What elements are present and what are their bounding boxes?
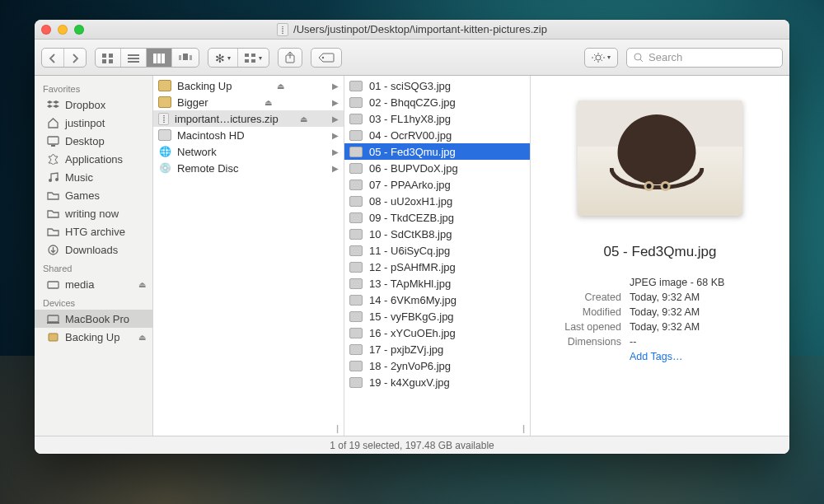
file-row[interactable]: 12 - pSAHfMR.jpg [344,259,530,275]
preview-created: Today, 9:32 AM [630,292,700,303]
sidebar-item[interactable]: Applications [35,150,152,168]
minimize-button[interactable] [58,25,68,35]
sidebar-header: Devices [35,293,152,310]
svg-rect-8 [157,54,161,63]
svg-rect-14 [251,54,255,57]
device-row[interactable]: 💿Remote Disc▶ [153,160,344,176]
coverflow-view-button[interactable] [171,49,199,68]
drive-icon [46,278,59,291]
folder-icon [46,225,59,238]
file-row[interactable]: 16 - xYCuOEh.jpg [344,324,530,341]
list-view-button[interactable] [120,49,146,68]
downloads-icon [46,243,59,256]
eject-icon[interactable]: ⏏ [277,82,284,91]
preview-thumbnail[interactable] [578,100,742,216]
dropbox-icon [46,98,59,111]
file-row[interactable]: 11 - U6iSyCq.jpg [344,242,530,259]
sidebar-item[interactable]: Desktop [35,132,152,150]
chevron-right-icon: ▶ [332,82,339,91]
arrange-menu[interactable]: ▾ [237,49,269,68]
image-icon [349,295,363,306]
file-row[interactable]: 01 - sciSQG3.jpg [344,77,530,94]
column-view-button[interactable] [146,49,171,68]
chevron-right-icon: ▶ [332,147,339,156]
action-menu[interactable]: ✻▾ [208,49,237,68]
file-row[interactable]: 03 - FL1hyX8.jpg [344,110,530,127]
svg-rect-13 [245,54,249,57]
toolbar: ✻▾ ▾ ▾ Search [35,40,789,76]
file-row[interactable]: 02 - BhqqCZG.jpg [344,94,530,110]
maximize-button[interactable] [74,25,84,35]
image-icon [349,328,363,338]
sidebar-item[interactable]: MacBook Pro [35,310,152,328]
file-row[interactable]: 08 - uU2oxH1.jpg [344,193,530,209]
eject-icon[interactable]: ⏏ [265,98,272,107]
device-row[interactable]: Bigger⏏▶ [153,94,344,110]
image-icon [349,180,363,190]
sidebar-item[interactable]: Games [35,186,152,204]
sidebar-item[interactable]: HTG archive [35,222,152,240]
svg-rect-4 [128,54,139,56]
search-placeholder: Search [648,51,682,63]
view-buttons [95,48,199,68]
eject-icon[interactable]: ⏏ [300,114,307,124]
file-row[interactable]: 05 - Fed3Qmu.jpg [344,143,530,160]
image-icon [349,114,363,124]
search-icon [634,53,644,63]
tag-button[interactable] [311,48,342,68]
file-row[interactable]: 10 - SdCtKB8.jpg [344,226,530,242]
file-row[interactable]: 13 - TApMkHl.jpg [344,275,530,292]
icon-view-button[interactable] [96,49,120,68]
svg-rect-5 [128,58,139,59]
svg-rect-10 [183,54,188,60]
file-row[interactable]: 09 - TkdCEZB.jpg [344,209,530,226]
mac-icon [46,312,59,325]
forward-button[interactable] [63,49,86,68]
image-icon [349,130,363,141]
image-icon [349,245,363,256]
preview-filename: 05 - Fed3Qmu.jpg [531,240,789,264]
sidebar-item[interactable]: Music [35,168,152,186]
file-row[interactable]: 19 - k4XguxV.jpg [344,374,530,390]
svg-point-24 [55,178,59,181]
sidebar-item[interactable]: Dropbox [35,96,152,114]
device-row[interactable]: Macintosh HD▶ [153,127,344,143]
chevron-right-icon: ▶ [332,131,339,140]
search-input[interactable]: Search [626,48,783,68]
eject-icon[interactable]: ⏏ [138,333,146,342]
file-row[interactable]: 15 - vyFBKgG.jpg [344,308,530,324]
add-tags-link[interactable]: Add Tags… [630,351,682,362]
sidebar-item[interactable]: media⏏ [35,275,152,293]
disk-icon [46,330,59,343]
file-row[interactable]: 14 - 6VKm6My.jpg [344,292,530,308]
eject-icon[interactable]: ⏏ [138,280,146,289]
image-icon [349,229,363,240]
file-row[interactable]: 07 - PPAArko.jpg [344,176,530,193]
desktop-icon [46,134,59,147]
close-button[interactable] [41,25,51,35]
file-row[interactable]: 17 - pxjbZVj.jpg [344,341,530,357]
titlebar[interactable]: /Users/justinpot/Desktop/\important-kitt… [35,20,789,40]
svg-point-18 [322,56,324,58]
back-button[interactable] [42,49,63,68]
sidebar-item[interactable]: Downloads [35,240,152,259]
file-row[interactable]: 06 - BUPVDoX.jpg [344,160,530,176]
svg-rect-0 [102,54,106,58]
share-button[interactable] [278,48,302,68]
device-row[interactable]: Backing Up⏏▶ [153,77,344,94]
music-icon [46,170,59,184]
window-title: /Users/justinpot/Desktop/\important-kitt… [293,23,547,35]
dropbox-button[interactable]: ▾ [584,48,618,68]
image-icon [349,311,363,322]
finder-window: /Users/justinpot/Desktop/\important-kitt… [35,20,789,454]
sidebar-item[interactable]: writing now [35,204,152,222]
svg-rect-22 [51,145,55,147]
sidebar-item[interactable]: Backing Up⏏ [35,328,152,346]
sidebar-item[interactable]: justinpot [35,114,152,132]
device-row[interactable]: important…ictures.zip⏏▶ [153,110,344,127]
device-row[interactable]: 🌐Network▶ [153,143,344,160]
column-devices: Backing Up⏏▶Bigger⏏▶important…ictures.zi… [153,76,344,436]
file-row[interactable]: 04 - OcrRV00.jpg [344,127,530,143]
image-icon [349,377,363,388]
file-row[interactable]: 18 - 2ynVoP6.jpg [344,357,530,374]
